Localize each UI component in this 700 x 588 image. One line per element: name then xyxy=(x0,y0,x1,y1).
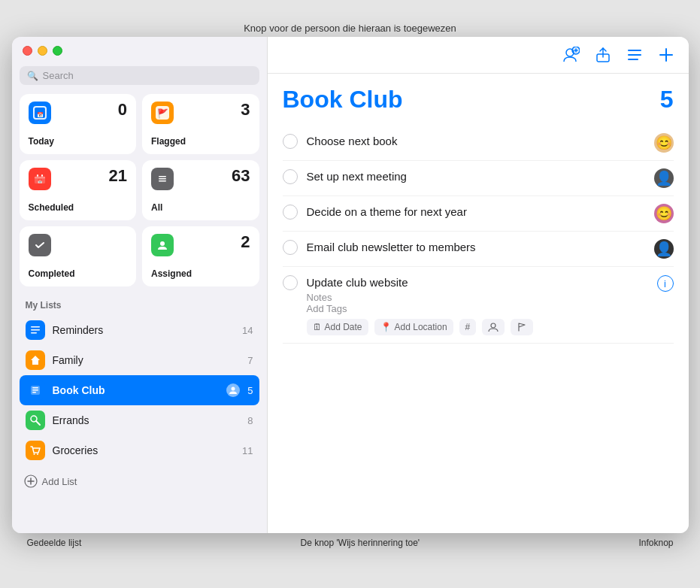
svg-text:📅: 📅 xyxy=(36,111,43,118)
search-bar[interactable]: 🔍 Search xyxy=(20,66,259,85)
lists-container: Reminders 14 Family 7 xyxy=(20,315,259,465)
svg-rect-8 xyxy=(37,174,38,177)
task-text-area-3: Decide on a theme for next year xyxy=(307,204,645,220)
smart-list-all[interactable]: 63 All xyxy=(142,160,259,220)
share-button[interactable] xyxy=(592,44,614,65)
flag-icon xyxy=(517,322,527,332)
svg-rect-41 xyxy=(628,54,641,56)
task-checkbox-1[interactable] xyxy=(283,134,298,149)
smart-lists: 📅 0 Today 🚩 3 xyxy=(20,94,259,286)
close-button[interactable] xyxy=(23,46,32,56)
svg-rect-13 xyxy=(159,176,166,177)
today-count: 0 xyxy=(118,102,127,118)
list-title: Book Club xyxy=(283,86,403,114)
smart-list-assigned[interactable]: 2 Assigned xyxy=(142,226,259,286)
completed-label: Completed xyxy=(29,268,128,279)
task-notes-5: Notes xyxy=(307,292,648,303)
sidebar: 🔍 Search 📅 0 Today xyxy=(12,37,268,533)
reminders-count: 14 xyxy=(242,325,253,336)
list-item-errands[interactable]: Errands 8 xyxy=(20,405,259,435)
errands-icon xyxy=(26,411,45,430)
all-count: 63 xyxy=(232,168,250,184)
task-avatar-4[interactable]: 👤 xyxy=(654,239,674,259)
assign-person-btn[interactable] xyxy=(482,319,505,335)
task-text-3: Decide on a theme for next year xyxy=(307,205,467,218)
assignee-button[interactable] xyxy=(561,44,582,65)
svg-text:📅: 📅 xyxy=(38,179,43,184)
list-item-groceries[interactable]: Groceries 11 xyxy=(20,435,259,465)
annotation-assign-btn: De knop 'Wijs herinnering toe' xyxy=(301,538,420,548)
groceries-icon xyxy=(26,441,45,460)
my-lists-heading: My Lists xyxy=(20,300,259,311)
book-club-icon xyxy=(26,380,45,400)
task-checkbox-5[interactable] xyxy=(283,275,298,290)
location-icon: 📍 xyxy=(380,322,392,332)
smart-list-scheduled[interactable]: 📅 21 Scheduled xyxy=(20,160,137,220)
top-annotation: Knop voor de persoon die hieraan is toeg… xyxy=(244,23,456,34)
flagged-label: Flagged xyxy=(151,136,250,147)
task-item-1: Choose next book 😊 xyxy=(283,126,674,161)
flagged-count: 3 xyxy=(241,102,250,118)
list-item-book-club[interactable]: Book Club 5 xyxy=(20,375,259,405)
svg-rect-10 xyxy=(35,177,45,178)
list-view-button[interactable] xyxy=(624,44,645,65)
all-icon xyxy=(151,168,174,190)
traffic-lights xyxy=(20,46,259,56)
smart-list-today[interactable]: 📅 0 Today xyxy=(20,94,137,154)
add-location-btn[interactable]: 📍 Add Location xyxy=(374,319,453,335)
task-text-area-2: Set up next meeting xyxy=(307,168,645,184)
scheduled-icon: 📅 xyxy=(29,168,51,190)
annotation-info-btn: Infoknop xyxy=(638,538,673,548)
groceries-count: 11 xyxy=(242,445,253,456)
svg-rect-9 xyxy=(41,174,43,177)
svg-rect-20 xyxy=(31,329,40,331)
task-text-5: Update club website xyxy=(307,276,408,289)
svg-rect-23 xyxy=(32,387,38,389)
task-list-area: Book Club 5 Choose next book 😊 Set up ne… xyxy=(268,74,689,533)
assigned-count: 2 xyxy=(241,234,250,250)
list-item-reminders[interactable]: Reminders 14 xyxy=(20,315,259,345)
today-icon: 📅 xyxy=(29,102,51,124)
task-checkbox-4[interactable] xyxy=(283,240,298,255)
assigned-icon xyxy=(151,234,174,256)
svg-rect-14 xyxy=(159,178,166,180)
calendar-icon: 🗓 xyxy=(313,322,322,332)
toolbar xyxy=(268,37,689,74)
add-tag-btn[interactable]: # xyxy=(459,319,477,335)
search-placeholder: Search xyxy=(43,70,74,81)
task-avatar-1[interactable]: 😊 xyxy=(654,133,674,153)
svg-rect-21 xyxy=(31,332,37,334)
smart-list-completed[interactable]: Completed xyxy=(20,226,137,286)
completed-icon xyxy=(29,234,51,256)
minimize-button[interactable] xyxy=(38,46,47,56)
scheduled-label: Scheduled xyxy=(29,202,128,213)
svg-point-29 xyxy=(33,453,35,455)
info-button[interactable]: i xyxy=(657,275,674,292)
task-avatar-2[interactable]: 👤 xyxy=(654,168,674,188)
svg-rect-40 xyxy=(628,50,641,51)
add-flag-btn[interactable] xyxy=(511,319,533,335)
add-task-button[interactable] xyxy=(656,44,677,65)
annotation-shared-list: Gedeelde lijst xyxy=(27,538,82,548)
list-item-family[interactable]: Family 7 xyxy=(20,345,259,375)
task-item-5: Update club website Notes Add Tags 🗓 Add… xyxy=(283,267,674,344)
shared-badge xyxy=(226,383,240,397)
groceries-name: Groceries xyxy=(53,444,235,456)
main-content: Book Club 5 Choose next book 😊 Set up ne… xyxy=(268,37,689,533)
reminders-name: Reminders xyxy=(53,324,235,336)
svg-rect-42 xyxy=(628,59,638,60)
add-list-button[interactable]: Add List xyxy=(20,468,259,494)
task-count-badge: 5 xyxy=(660,86,674,114)
errands-count: 8 xyxy=(247,415,253,426)
smart-list-flagged[interactable]: 🚩 3 Flagged xyxy=(142,94,259,154)
add-location-label: Add Location xyxy=(395,322,447,332)
task-text-area-5: Update club website Notes Add Tags 🗓 Add… xyxy=(307,274,648,335)
task-item-4: Email club newsletter to members 👤 xyxy=(283,232,674,267)
task-checkbox-3[interactable] xyxy=(283,205,298,220)
task-avatar-3[interactable]: 😊 xyxy=(654,204,674,223)
fullscreen-button[interactable] xyxy=(53,46,62,56)
task-checkbox-2[interactable] xyxy=(283,169,298,184)
family-name: Family xyxy=(53,354,241,366)
app-window: 🔍 Search 📅 0 Today xyxy=(12,37,689,533)
add-date-btn[interactable]: 🗓 Add Date xyxy=(307,319,368,335)
